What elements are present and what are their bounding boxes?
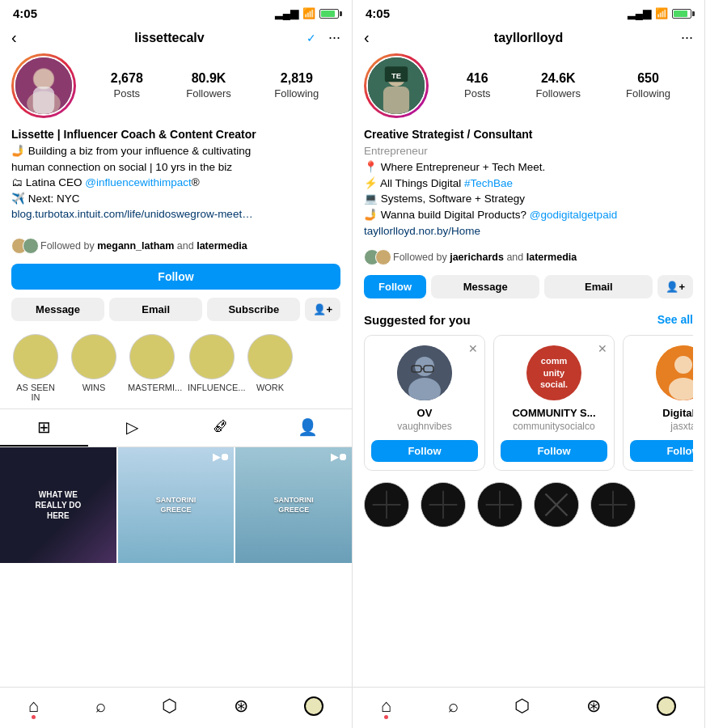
- subscribe-button-left[interactable]: Subscribe: [207, 298, 300, 321]
- status-icons-left: ▂▄▆ 📶: [275, 7, 339, 19]
- add-friend-button-left[interactable]: 👤+: [305, 298, 340, 321]
- tagged-icon-left: 🗞: [212, 417, 228, 436]
- battery-icon: [319, 9, 339, 19]
- story-circle-4: [534, 482, 579, 527]
- highlight-circle-2: [71, 334, 116, 379]
- followers-stat-right: 24.6K Followers: [535, 71, 581, 100]
- nav-shop-left[interactable]: ⊛: [234, 696, 248, 717]
- story-item-5[interactable]: [590, 482, 636, 527]
- follow-card-button-digital[interactable]: Follow: [630, 440, 693, 462]
- wifi-icon: 📶: [302, 7, 315, 19]
- followed-avatar-2-right: [375, 249, 391, 265]
- message-button-left[interactable]: Message: [11, 298, 104, 321]
- godigital-mention[interactable]: @godigitalgetpaid: [530, 209, 617, 221]
- highlight-1-left[interactable]: AS SEEN IN: [11, 334, 60, 402]
- add-friend-button-right[interactable]: 👤+: [657, 275, 693, 298]
- bio-section-right: Creative Strategist / Consultant Entrepr…: [353, 125, 704, 246]
- nav-profile-left[interactable]: [304, 696, 323, 716]
- highlight-label-1: AS SEEN IN: [11, 383, 60, 402]
- following-stat-right: 650 Following: [626, 71, 670, 100]
- highlight-label-3: MASTERMI...: [128, 383, 176, 392]
- tab-tagged-left[interactable]: 🗞: [176, 409, 264, 447]
- techbae-tag[interactable]: #TechBae: [464, 177, 513, 189]
- follow-card-button-ov[interactable]: Follow: [371, 440, 478, 462]
- right-scroll-area: TE 416 Posts 24.6K Followers 650 Followi…: [353, 53, 704, 687]
- followed-user2-left[interactable]: latermedia: [197, 240, 247, 252]
- nav-shop-right[interactable]: ⊛: [586, 696, 601, 717]
- story-circle-3: [477, 482, 522, 527]
- followed-user2-right[interactable]: latermedia: [526, 252, 577, 263]
- grid-cell-3-left[interactable]: ▶⏺ SANTORINIGREECE: [235, 447, 352, 564]
- story-circle-2: [421, 482, 466, 527]
- more-button-right[interactable]: ···: [669, 29, 693, 46]
- more-button-left[interactable]: ···: [316, 29, 340, 46]
- card-avatar-ov: [397, 345, 452, 400]
- bio-line1-right: 📍 Where Entrepreneur + Tech Meet.: [364, 159, 693, 176]
- follow-card-button-community[interactable]: Follow: [501, 440, 607, 462]
- bottom-nav-left: ⌂ ⌕ ⬡ ⊛: [0, 687, 352, 728]
- card-username-digital: jasxta: [670, 421, 693, 432]
- nav-search-left[interactable]: ⌕: [95, 696, 106, 717]
- tab-collab-left[interactable]: 👤: [264, 409, 352, 447]
- follow-button-left[interactable]: Follow: [11, 264, 340, 290]
- tab-row-left: ⊞ ▷ 🗞 👤: [0, 408, 352, 447]
- back-button-left[interactable]: ‹: [11, 28, 36, 47]
- highlight-2-left[interactable]: WINS: [71, 334, 116, 402]
- bio-line2-left: human connection on social | 10 yrs in t…: [11, 159, 340, 176]
- grid-cell-2-left[interactable]: ▶⏺ SANTORINIGREECE: [118, 447, 235, 564]
- header-right: ‹ tayllorlloyd ···: [353, 23, 704, 53]
- highlight-3-left[interactable]: MASTERMI...: [128, 334, 176, 402]
- header-left: ‹ lissettecalv ✓ ···: [0, 23, 352, 53]
- posts-stat-left: 2,678 Posts: [111, 71, 143, 100]
- followed-by-left: Followed by megann_latham and latermedia: [0, 235, 352, 260]
- nav-dot-left: [32, 715, 36, 719]
- svg-point-4: [34, 69, 54, 89]
- following-label-right: Following: [626, 87, 670, 99]
- story-item-3[interactable]: [477, 482, 522, 527]
- card-avatar-community: communitysocial.: [526, 345, 581, 400]
- username-right: tayllorlloyd: [388, 31, 669, 45]
- card-close-ov[interactable]: ✕: [468, 342, 478, 355]
- bio-mention-left[interactable]: @influencewithimpact: [85, 176, 192, 188]
- followed-user1-left[interactable]: megann_latham: [97, 240, 174, 252]
- bottom-nav-right: ⌂ ⌕ ⬡ ⊛: [353, 687, 704, 728]
- followed-user1-right[interactable]: jaerichards: [450, 252, 504, 263]
- search-icon-left: ⌕: [95, 696, 106, 717]
- highlight-4-left[interactable]: INFLUENCE...: [188, 334, 236, 402]
- bio-link-left[interactable]: blog.turbotax.intuit.com/life/unidoswegr…: [11, 214, 254, 226]
- nav-reels-left[interactable]: ⬡: [162, 696, 177, 717]
- email-button-left[interactable]: Email: [109, 298, 202, 321]
- tab-reels-left[interactable]: ▷: [88, 409, 176, 447]
- see-all-button[interactable]: See all: [657, 313, 693, 326]
- story-item-4[interactable]: [534, 482, 579, 527]
- right-btn-row: Follow Message Email 👤+: [353, 272, 704, 305]
- card-avatar-digital: [656, 345, 693, 400]
- email-button-right[interactable]: Email: [544, 275, 653, 298]
- grid-reel-badge-3: ▶⏺: [331, 451, 348, 463]
- suggested-card-digital: ✕ Digital T jasxta Follow: [623, 335, 693, 471]
- nav-search-right[interactable]: ⌕: [448, 696, 459, 717]
- nav-dot-right: [384, 715, 388, 719]
- suggested-section-right: Suggested for you See all ✕: [353, 305, 704, 476]
- stats-row-left: 2,678 Posts 80.9K Followers 2,819 Follow…: [89, 71, 340, 100]
- grid-cell-1-left[interactable]: WHAT WEREALLY DOHERE: [0, 447, 116, 564]
- reels-icon-left: ▷: [126, 417, 138, 437]
- follow-button-row-left: Follow: [0, 260, 352, 294]
- svg-rect-9: [383, 87, 409, 114]
- story-item-2[interactable]: [421, 482, 466, 527]
- bio-link-right[interactable]: tayllorlloyd.nor.by/Home: [364, 225, 480, 237]
- story-item-1[interactable]: [364, 482, 409, 527]
- follow-button-right[interactable]: Follow: [364, 275, 426, 298]
- back-button-right[interactable]: ‹: [364, 28, 388, 47]
- tab-grid-left[interactable]: ⊞: [0, 409, 88, 447]
- nav-home-left[interactable]: ⌂: [28, 696, 39, 717]
- nav-reels-right[interactable]: ⬡: [514, 696, 530, 717]
- nav-home-right[interactable]: ⌂: [381, 696, 391, 717]
- signal-icon: ▂▄▆: [275, 7, 298, 19]
- highlight-label-2: WINS: [82, 383, 106, 392]
- highlight-5-left[interactable]: WORK: [247, 334, 293, 402]
- message-button-right[interactable]: Message: [431, 275, 539, 298]
- followers-stat-left: 80.9K Followers: [186, 71, 231, 100]
- nav-profile-right[interactable]: [657, 696, 676, 716]
- card-close-community[interactable]: ✕: [598, 342, 607, 355]
